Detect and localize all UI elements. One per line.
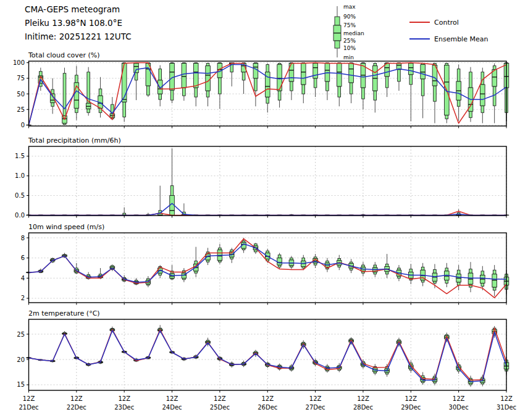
xtick-label-date: 26Dec <box>258 404 277 411</box>
box-75-90 <box>493 270 496 274</box>
box-10-25 <box>314 263 317 265</box>
box-75-90 <box>409 269 413 272</box>
panel-title: Total precipitation (mm/6h) <box>28 136 121 145</box>
boxplot <box>445 63 450 124</box>
box-10-25 <box>135 73 138 80</box>
xtick-label-hour: 12Z <box>70 395 83 402</box>
boxplot <box>265 64 270 113</box>
box-10-25 <box>374 91 377 100</box>
boxplot <box>337 63 342 107</box>
box-75-90 <box>457 69 460 82</box>
legend-box-label: 10% <box>343 45 356 51</box>
box-10-25 <box>75 108 78 112</box>
box-75-90 <box>445 268 448 271</box>
box-10-25 <box>159 273 162 275</box>
box-75-90 <box>493 66 496 70</box>
box-25-75 <box>409 64 414 75</box>
legend-box-label: 75% <box>343 22 356 28</box>
boxplot <box>396 63 401 91</box>
box-10-25 <box>338 86 341 97</box>
box-10-25 <box>254 78 258 91</box>
box-75-90 <box>469 72 472 88</box>
xtick-label-hour: 12Z <box>166 395 178 402</box>
box-10-25 <box>481 283 484 286</box>
box-10-25 <box>326 82 329 91</box>
box-25-75 <box>337 64 342 86</box>
box-10-25 <box>374 272 377 274</box>
xtick-label-hour: 12Z <box>309 395 322 402</box>
box-10-25 <box>398 70 401 82</box>
boxplot <box>170 265 175 280</box>
box-75-90 <box>63 74 66 116</box>
box-10-25 <box>195 88 198 97</box>
box-75-90 <box>99 89 102 96</box>
xtick-label-date: 23Dec <box>114 404 134 411</box>
box-10-25 <box>481 106 484 112</box>
box-75-90 <box>481 271 484 275</box>
box-10-25 <box>338 265 341 267</box>
xtick-label-date: 29Dec <box>401 404 421 411</box>
boxplot <box>361 63 366 110</box>
legend-box-label: min <box>343 54 354 61</box>
box-25-75 <box>182 64 187 88</box>
box-10-25 <box>123 102 126 117</box>
box-10-25 <box>445 280 448 284</box>
box-25-75 <box>385 64 390 77</box>
box-10-25 <box>421 280 424 282</box>
box-10-25 <box>362 88 365 99</box>
boxplot <box>325 63 330 101</box>
box-10-25 <box>266 97 269 103</box>
boxplot <box>38 269 43 273</box>
ytick-label: 1.5 <box>15 153 25 159</box>
box-75-90 <box>421 267 424 270</box>
box-25-75 <box>134 64 139 73</box>
box-10-25 <box>350 83 353 94</box>
panel-title: Total cloud cover (%) <box>28 51 100 59</box>
ytick-label: 6 <box>21 254 25 261</box>
box-75-90 <box>338 258 341 260</box>
box-10-25 <box>493 86 496 106</box>
boxplot <box>480 68 485 124</box>
box-75-90 <box>40 72 43 76</box>
box-10-25 <box>457 100 460 106</box>
box-75-90 <box>195 261 198 264</box>
box-10-25 <box>51 103 54 106</box>
legend-box-label: 90% <box>343 14 356 20</box>
boxplot <box>349 63 354 104</box>
ytick-label: 25 <box>17 106 25 113</box>
ytick-label: 2 <box>21 295 25 301</box>
boxplot <box>182 63 187 101</box>
ytick-label: 75 <box>17 75 25 82</box>
box-25-75 <box>277 258 282 265</box>
xtick-label-date: 22Dec <box>67 404 86 411</box>
boxplot <box>432 63 437 124</box>
boxplot <box>492 265 497 296</box>
xtick-label-date: 24Dec <box>162 404 182 411</box>
box-25-75 <box>492 70 497 86</box>
box-25-75 <box>301 64 306 85</box>
box-10-25 <box>290 82 293 91</box>
box-10-25 <box>170 90 174 100</box>
ytick-label: 1.0 <box>15 172 25 179</box>
box-10-25 <box>385 77 388 88</box>
ytick-label: 0 <box>21 122 25 128</box>
boxplot <box>98 268 103 279</box>
boxplot <box>421 263 426 287</box>
box-10-25 <box>409 75 413 85</box>
boxplot <box>98 77 103 118</box>
xtick-label-date: 21Dec <box>19 404 38 411</box>
box-10-25 <box>457 282 460 285</box>
legend-mean-label: Ensemble Mean <box>434 35 488 43</box>
meteogram-page: CMA-GEPS meteogram Pleiku 13.98°N 108.0°… <box>0 0 520 420</box>
box-10-25 <box>230 65 233 72</box>
box-10-25 <box>219 78 222 94</box>
boxplot <box>313 63 318 98</box>
boxplot <box>468 67 473 122</box>
box-75-90 <box>434 269 437 273</box>
boxplot <box>409 264 414 284</box>
boxplot <box>217 244 222 264</box>
ytick-label: 0.0 <box>15 212 25 219</box>
xtick-label-date: 25Dec <box>210 404 230 411</box>
box-25-75 <box>253 64 258 78</box>
box-10-25 <box>278 91 281 100</box>
